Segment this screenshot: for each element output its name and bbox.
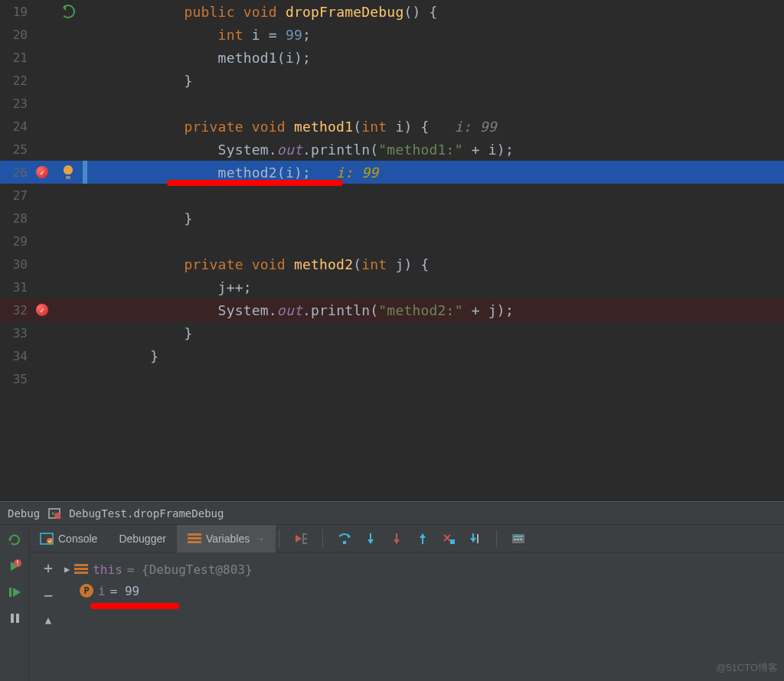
code-text: }	[83, 210, 192, 226]
code-text: method1(i);	[83, 50, 311, 66]
svg-rect-7	[9, 588, 11, 597]
evaluate-icon[interactable]	[511, 533, 526, 545]
code-editor[interactable]: 19 public void dropFrameDebug() {20 int …	[0, 0, 784, 501]
line-number: 26	[0, 165, 31, 180]
line-number: 24	[0, 119, 31, 134]
svg-rect-39	[520, 539, 522, 540]
svg-rect-37	[514, 539, 516, 540]
add-watch-icon[interactable]: +	[44, 559, 53, 577]
code-text: System.out.println("method1:" + i);	[83, 142, 514, 158]
breakpoint-icon[interactable]	[36, 304, 48, 316]
svg-rect-14	[188, 537, 201, 539]
code-line-31[interactable]: 31 j++;	[0, 275, 784, 298]
line-number: 31	[0, 280, 31, 295]
svg-text:!: !	[15, 560, 19, 567]
code-line-23[interactable]: 23	[0, 92, 784, 115]
code-text: j++;	[83, 279, 252, 295]
expand-icon[interactable]: ▶	[64, 564, 70, 575]
code-text: method2(i); i: 99	[83, 165, 378, 181]
code-text: public void dropFrameDebug() {	[83, 4, 438, 20]
watermark: @51CTO博客	[716, 661, 778, 675]
code-text: System.out.println("method2:" + j);	[83, 302, 514, 318]
code-text: }	[83, 348, 158, 364]
debug-panel: ! Console Debugger Variables →	[0, 524, 784, 681]
tab-debugger[interactable]: Debugger	[108, 525, 177, 552]
code-text: }	[83, 73, 192, 89]
code-line-24[interactable]: 24 private void method1(int i) { i: 99	[0, 115, 784, 138]
svg-rect-18	[302, 533, 307, 535]
step-out-icon[interactable]	[415, 532, 430, 546]
override-icon[interactable]	[61, 5, 75, 18]
debug-target-icon	[47, 507, 61, 520]
code-line-26[interactable]: 26 method2(i); i: 99	[0, 161, 784, 184]
code-line-32[interactable]: 32 System.out.println("method2:" + j);	[0, 298, 784, 321]
line-number: 23	[0, 96, 31, 111]
breakpoint-icon[interactable]	[36, 166, 48, 178]
step-into-icon[interactable]	[363, 532, 378, 546]
code-text: int i = 99;	[83, 27, 311, 43]
intention-bulb-icon[interactable]	[63, 165, 74, 179]
code-line-27[interactable]: 27	[0, 184, 784, 207]
var-i[interactable]: P i = 99	[61, 580, 778, 601]
svg-rect-36	[514, 536, 523, 537]
debug-tabbar: Console Debugger Variables →	[29, 525, 784, 552]
code-line-30[interactable]: 30 private void method2(int j) {	[0, 253, 784, 275]
code-line-35[interactable]: 35	[0, 367, 784, 390]
code-text: }	[83, 325, 192, 341]
drop-frame-icon[interactable]	[441, 532, 456, 546]
up-icon[interactable]: ▲	[45, 614, 51, 626]
svg-marker-3	[8, 539, 11, 542]
debug-context: DebugTest.dropFrameDebug	[69, 507, 224, 520]
run-to-cursor-icon[interactable]	[467, 532, 482, 546]
line-number: 29	[0, 234, 31, 249]
line-number: 21	[0, 51, 31, 65]
svg-marker-28	[420, 533, 426, 538]
svg-rect-13	[188, 533, 201, 536]
svg-marker-16	[296, 535, 302, 543]
code-line-22[interactable]: 22 }	[0, 69, 784, 92]
line-number: 19	[0, 5, 31, 19]
step-over-icon[interactable]	[337, 532, 352, 546]
object-icon	[74, 564, 88, 575]
code-line-33[interactable]: 33 }	[0, 321, 784, 344]
svg-rect-22	[343, 541, 346, 544]
code-line-20[interactable]: 20 int i = 99;	[0, 23, 784, 46]
remove-watch-icon[interactable]: −	[44, 586, 53, 604]
line-number: 35	[0, 372, 31, 386]
svg-rect-20	[302, 543, 307, 544]
force-step-into-icon[interactable]	[389, 532, 404, 546]
code-line-29[interactable]: 29	[0, 230, 784, 253]
line-number: 22	[0, 73, 31, 88]
code-line-19[interactable]: 19 public void dropFrameDebug() {	[0, 0, 784, 23]
line-number: 30	[0, 257, 31, 272]
svg-rect-34	[477, 534, 479, 543]
debug-label: Debug	[8, 507, 40, 520]
code-line-25[interactable]: 25 System.out.println("method1:" + i);	[0, 138, 784, 161]
svg-rect-9	[11, 614, 14, 623]
code-text: private void method1(int i) { i: 99	[83, 119, 497, 135]
line-number: 25	[0, 142, 31, 157]
pause-icon[interactable]	[7, 611, 22, 626]
debug-sidebar: !	[0, 525, 29, 681]
show-execution-point-icon[interactable]	[293, 532, 309, 546]
param-icon: P	[80, 584, 93, 598]
svg-rect-38	[517, 539, 519, 540]
rerun-icon[interactable]	[7, 533, 22, 548]
resume-icon[interactable]: !	[7, 559, 22, 574]
play-icon[interactable]	[7, 585, 22, 600]
variables-pane[interactable]: + − ▲ ▶ this = {DebugTest@803} P i = 99	[29, 552, 784, 681]
line-number: 20	[0, 28, 31, 42]
code-text: private void method2(int j) {	[83, 256, 430, 272]
line-number: 33	[0, 326, 31, 340]
code-line-34[interactable]: 34 }	[0, 344, 784, 367]
variables-icon	[188, 533, 201, 544]
code-line-21[interactable]: 21 method1(i);	[0, 46, 784, 69]
tab-console[interactable]: Console	[29, 525, 108, 552]
code-line-28[interactable]: 28 }	[0, 207, 784, 230]
svg-point-12	[47, 538, 53, 544]
var-this[interactable]: ▶ this = {DebugTest@803}	[61, 559, 778, 580]
tab-variables[interactable]: Variables →	[177, 525, 276, 552]
execution-marker	[83, 161, 87, 184]
console-icon	[40, 533, 54, 545]
line-number: 32	[0, 303, 31, 318]
